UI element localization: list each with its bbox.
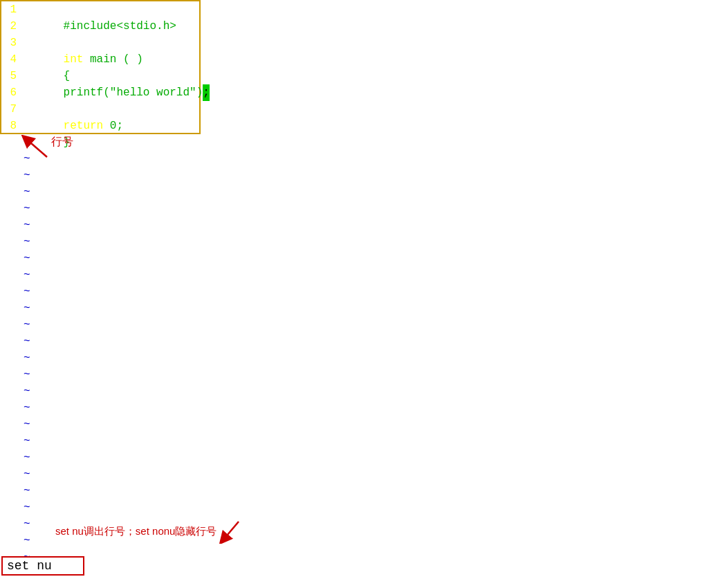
- line-num-4: 4: [0, 51, 17, 68]
- svg-line-1: [223, 522, 239, 540]
- line-num-8: 8: [0, 118, 17, 134]
- tilde-18: ~: [24, 416, 718, 433]
- line-numbers: 1 2 3 4 5 6 7 8: [0, 0, 21, 588]
- tilde-11: ~: [24, 300, 718, 317]
- tilde-6: ~: [24, 217, 718, 234]
- tilde-16: ~: [24, 383, 718, 400]
- tilde-13: ~: [24, 333, 718, 350]
- command-input-box[interactable]: set nu: [1, 556, 84, 576]
- tilde-5: ~: [24, 201, 718, 217]
- code-line-1: #include<stdio.h>: [24, 1, 718, 18]
- annotation-set-nu: set nu调出行号；set nonu隐藏行号: [55, 519, 244, 541]
- tilde-15: ~: [24, 367, 718, 383]
- line-num-2: 2: [0, 18, 17, 35]
- tilde-26: ~: [24, 549, 718, 566]
- command-value: set nu: [7, 559, 52, 573]
- code-line-3: int main ( ): [24, 35, 718, 51]
- tilde-3: ~: [24, 167, 718, 184]
- line-num-annotation-label: 行号: [51, 135, 73, 149]
- tilde-22: ~: [24, 483, 718, 499]
- tilde-27: ~: [24, 566, 718, 582]
- tilde-7: ~: [24, 234, 718, 250]
- tilde-10: ~: [24, 284, 718, 300]
- tilde-9: ~: [24, 267, 718, 284]
- tilde-12: ~: [24, 317, 718, 333]
- tilde-20: ~: [24, 450, 718, 466]
- line-num-7: 7: [0, 101, 17, 118]
- tilde-23: ~: [24, 499, 718, 516]
- tilde-4: ~: [24, 184, 718, 201]
- svg-line-0: [26, 139, 47, 157]
- code-line-5: printf("hello world");: [24, 68, 718, 84]
- arrow-set-nu-icon: [219, 519, 244, 544]
- tilde-17: ~: [24, 400, 718, 416]
- tilde-21: ~: [24, 466, 718, 483]
- arrow-line-num-icon: [21, 135, 48, 160]
- code-line-8: }: [24, 118, 718, 134]
- set-nu-annotation-label: set nu调出行号；set nonu隐藏行号: [55, 525, 217, 538]
- tilde-28: ~: [24, 582, 718, 588]
- editor-area: 1 2 3 4 5 6 7 8 #include<stdio.h> int ma…: [0, 0, 718, 588]
- tilde-8: ~: [24, 250, 718, 267]
- tilde-2: ~: [24, 151, 718, 167]
- line-num-3: 3: [0, 35, 17, 51]
- tilde-1: ~: [24, 134, 718, 151]
- line-num-1: 1: [0, 1, 17, 18]
- line-num-6: 6: [0, 84, 17, 101]
- code-line-7: return 0;: [24, 101, 718, 118]
- tilde-14: ~: [24, 350, 718, 367]
- annotation-line-num: 行号: [21, 135, 73, 160]
- tilde-19: ~: [24, 433, 718, 450]
- line-num-5: 5: [0, 68, 17, 84]
- code-content: #include<stdio.h> int main ( ) { printf(…: [21, 0, 718, 588]
